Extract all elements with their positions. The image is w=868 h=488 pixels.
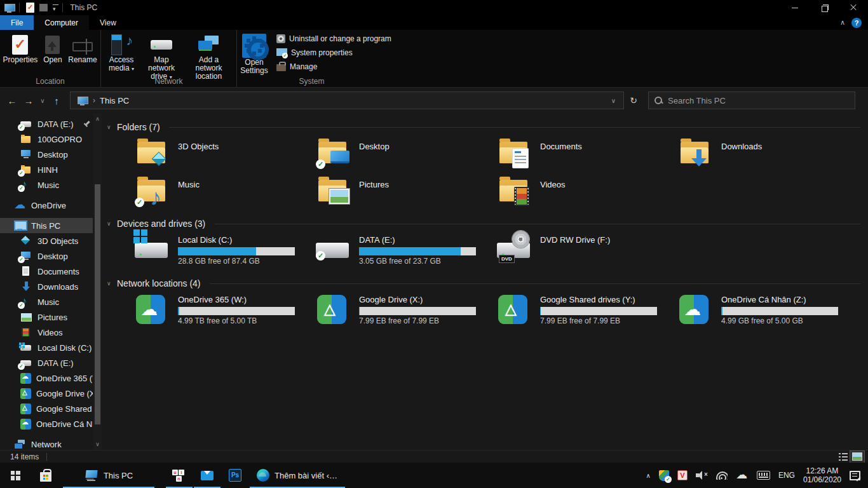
capacity-bar bbox=[359, 247, 476, 255]
address-dropdown-icon[interactable]: ∨ bbox=[606, 97, 621, 104]
language-indicator[interactable]: ENG bbox=[778, 471, 795, 480]
collapse-section-icon[interactable]: ∨ bbox=[107, 124, 117, 130]
scroll-down-icon[interactable]: ∨ bbox=[93, 441, 102, 447]
minimize-button[interactable] bbox=[780, 0, 810, 15]
section-header-devices[interactable]: ∨ Devices and drives (3) bbox=[107, 217, 860, 230]
divider bbox=[214, 224, 860, 224]
volume-muted-icon[interactable] bbox=[696, 470, 708, 480]
system-tray: ∧ ENG 12:26 AM 01/06/2020 bbox=[646, 463, 868, 488]
restore-button[interactable] bbox=[810, 0, 839, 15]
divider bbox=[62, 3, 63, 12]
section-header-network[interactable]: ∨ Network locations (4) bbox=[107, 277, 860, 290]
scroll-up-icon[interactable]: ∧ bbox=[93, 116, 102, 122]
v-app-icon[interactable] bbox=[677, 470, 688, 480]
open-settings-button[interactable]: Open Settings bbox=[240, 32, 269, 76]
details-view-button[interactable] bbox=[836, 451, 850, 463]
network-tile-google-shared-drives-y[interactable]: Google Shared drives (Y:) 7.99 EB free o… bbox=[497, 295, 678, 327]
qat-properties-icon[interactable] bbox=[26, 3, 34, 13]
section-header-folders[interactable]: ∨ Folders (7) bbox=[107, 121, 860, 133]
tab-view[interactable]: View bbox=[89, 15, 127, 30]
sidebar-item-3d-objects[interactable]: 3D Objects bbox=[0, 233, 93, 248]
tab-file[interactable]: File bbox=[0, 15, 34, 30]
sidebar-item-hinh[interactable]: HINH bbox=[0, 162, 93, 177]
sidebar-item-data-e[interactable]: DATA (E:) bbox=[0, 355, 93, 370]
manage-button[interactable]: Manage bbox=[273, 60, 395, 74]
sidebar-item-onedrive-365[interactable]: OneDrive 365 (W bbox=[0, 370, 93, 386]
start-button[interactable] bbox=[0, 463, 31, 488]
folder-tile-documents[interactable]: Documents bbox=[497, 139, 678, 170]
sidebar-item-pictures[interactable]: Pictures bbox=[0, 309, 93, 325]
drive-tile-dvd-rw-f[interactable]: DVD DVD RW Drive (F:) bbox=[497, 235, 678, 267]
folder-tile-desktop[interactable]: Desktop bbox=[316, 139, 497, 170]
network-tile-onedrive-365-w[interactable]: OneDrive 365 (W:) 4.99 TB free of 5.00 T… bbox=[135, 295, 316, 327]
microsoft-store-button[interactable] bbox=[31, 463, 61, 488]
large-icons-view-button[interactable] bbox=[850, 451, 864, 463]
sidebar-item-quick-desktop[interactable]: Desktop bbox=[0, 147, 93, 162]
add-network-location-button[interactable]: Add a network location bbox=[184, 32, 234, 82]
properties-button[interactable]: Properties bbox=[3, 32, 38, 65]
network-tile-google-drive-x[interactable]: Google Drive (X:) 7.99 EB free of 7.99 E… bbox=[316, 295, 497, 327]
access-media-button[interactable]: Access media ▾ bbox=[104, 32, 139, 74]
back-icon[interactable]: ← bbox=[4, 95, 20, 106]
close-button[interactable] bbox=[839, 0, 868, 15]
qat-new-folder-icon[interactable] bbox=[39, 4, 48, 11]
sidebar-item-downloads[interactable]: Downloads bbox=[0, 279, 93, 294]
collapse-section-icon[interactable]: ∨ bbox=[107, 220, 117, 227]
taskbar-clock[interactable]: 12:26 AM 01/06/2020 bbox=[803, 466, 841, 484]
action-center-icon[interactable] bbox=[850, 471, 860, 480]
forward-icon[interactable]: → bbox=[20, 95, 37, 106]
breadcrumb[interactable]: This PC bbox=[100, 96, 129, 105]
system-properties-button[interactable]: System properties bbox=[273, 46, 395, 60]
sidebar-item-documents[interactable]: Documents bbox=[0, 264, 93, 279]
search-box[interactable] bbox=[648, 92, 855, 109]
sidebar-item-local-disk-c[interactable]: Local Disk (C:) bbox=[0, 340, 93, 355]
help-icon[interactable]: ? bbox=[851, 18, 862, 28]
sidebar-item-quick-data-e[interactable]: DATA (E:) bbox=[0, 116, 93, 132]
folder-tile-3d-objects[interactable]: 3D Objects bbox=[135, 139, 316, 170]
collapse-section-icon[interactable]: ∨ bbox=[107, 280, 117, 287]
scrollbar-thumb[interactable] bbox=[95, 184, 100, 424]
folder-tile-music[interactable]: Music bbox=[135, 177, 316, 208]
taskbar-task-edge[interactable]: Thêm bài viết ‹ Đặn... bbox=[249, 463, 346, 488]
wifi-icon[interactable] bbox=[716, 471, 728, 480]
recent-locations-icon[interactable]: ∨ bbox=[37, 97, 48, 104]
up-icon[interactable]: ↑ bbox=[48, 95, 65, 106]
sidebar-item-videos[interactable]: Videos bbox=[0, 325, 93, 340]
sidebar-item-100gopro[interactable]: 100GOPRO bbox=[0, 132, 93, 147]
windows-defender-icon[interactable] bbox=[659, 470, 669, 481]
this-pc-icon bbox=[14, 220, 26, 231]
folder-tile-videos[interactable]: Videos bbox=[497, 177, 678, 208]
folder-tile-downloads[interactable]: Downloads bbox=[678, 139, 859, 170]
show-hidden-icons-chevron[interactable]: ∧ bbox=[646, 472, 651, 479]
folder-tile-pictures[interactable]: Pictures bbox=[316, 177, 497, 208]
taskbar-unikey-button[interactable] bbox=[165, 463, 193, 488]
qat-customize-dropdown-icon[interactable]: ▾ bbox=[53, 4, 56, 12]
collapse-ribbon-icon[interactable]: ∧ bbox=[840, 18, 845, 27]
tab-computer[interactable]: Computer bbox=[34, 15, 89, 30]
breadcrumb-arrow-icon[interactable]: › bbox=[93, 96, 95, 105]
sidebar-item-network[interactable]: Network bbox=[0, 437, 93, 450]
sidebar-item-quick-music[interactable]: Music bbox=[0, 177, 93, 193]
sidebar-item-onedrive[interactable]: OneDrive bbox=[0, 198, 93, 213]
sidebar-item-google-drive[interactable]: Google Drive (X: bbox=[0, 386, 93, 401]
touch-keyboard-icon[interactable] bbox=[757, 471, 770, 480]
sidebar-item-google-shared-drives[interactable]: Google Shared d bbox=[0, 401, 93, 416]
sidebar-item-this-pc[interactable]: This PC bbox=[0, 218, 93, 233]
search-input[interactable] bbox=[668, 96, 850, 105]
address-bar[interactable]: › This PC ∨ bbox=[70, 92, 624, 109]
local-disk-icon bbox=[20, 342, 32, 353]
map-network-drive-button[interactable]: Map network drive ▾ bbox=[139, 32, 184, 83]
onedrive-sync-icon[interactable] bbox=[736, 470, 749, 480]
drive-tile-local-disk-c[interactable]: Local Disk (C:) 28.8 GB free of 87.4 GB bbox=[135, 235, 316, 267]
taskbar-task-this-pc[interactable]: This PC bbox=[62, 463, 155, 488]
sidebar-scrollbar[interactable]: ∧ ∨ bbox=[93, 113, 102, 450]
taskbar-mail-button[interactable] bbox=[193, 463, 221, 488]
network-tile-onedrive-ca-nhan-z[interactable]: OneDrive Cá Nhân (Z:) 4.99 GB free of 5.… bbox=[678, 295, 859, 327]
uninstall-program-button[interactable]: Uninstall or change a program bbox=[273, 32, 395, 46]
taskbar-photoshop-button[interactable] bbox=[221, 463, 249, 488]
sidebar-item-desktop[interactable]: Desktop bbox=[0, 248, 93, 264]
sidebar-item-music[interactable]: Music bbox=[0, 294, 93, 309]
sidebar-item-onedrive-ca-nhan[interactable]: OneDrive Cá Nh bbox=[0, 416, 93, 431]
drive-tile-data-e[interactable]: DATA (E:) 3.05 GB free of 23.7 GB bbox=[316, 235, 497, 267]
refresh-icon[interactable]: ↻ bbox=[624, 95, 643, 105]
